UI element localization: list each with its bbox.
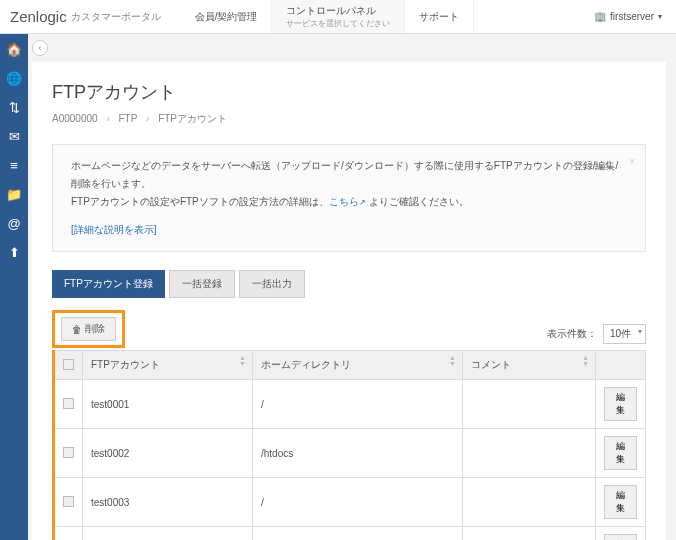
- chevron-down-icon: ▾: [658, 12, 662, 21]
- delete-button[interactable]: 🗑 削除: [61, 317, 116, 341]
- cell-account: test0002: [83, 429, 253, 478]
- cell-home: /: [253, 478, 463, 527]
- table-row: test0002/htdocs編集: [54, 429, 646, 478]
- edit-button[interactable]: 編集: [604, 534, 637, 540]
- cell-account: test0003: [83, 478, 253, 527]
- highlight-delete-area: 🗑 削除: [52, 310, 125, 348]
- th-home[interactable]: ホームディレクトリ▲▼: [253, 351, 463, 380]
- logo: Zenlogic: [10, 8, 67, 25]
- bulk-register-button[interactable]: 一括登録: [169, 270, 235, 298]
- detail-toggle[interactable]: [詳細な説明を表示]: [71, 221, 157, 239]
- cell-comment: [463, 429, 596, 478]
- th-comment[interactable]: コメント▲▼: [463, 351, 596, 380]
- table-row: test0004/編集: [54, 527, 646, 541]
- database-icon[interactable]: ≡: [10, 158, 18, 173]
- trash-icon: 🗑: [72, 324, 82, 335]
- global-nav: 会員/契約管理 コントロールパネル サービスを選択してください サポート: [181, 0, 475, 33]
- row-checkbox[interactable]: [63, 496, 74, 507]
- cell-comment: [463, 527, 596, 541]
- info-link[interactable]: こちら: [329, 196, 359, 207]
- user-menu[interactable]: 🏢 firstserver ▾: [594, 11, 662, 22]
- at-icon[interactable]: @: [7, 216, 20, 231]
- th-account[interactable]: FTPアカウント▲▼: [83, 351, 253, 380]
- info-box: × ホームページなどのデータをサーバーへ転送（アップロード/ダウンロード）する際…: [52, 144, 646, 252]
- register-button[interactable]: FTPアカウント登録: [52, 270, 165, 298]
- cell-comment: [463, 478, 596, 527]
- folder-icon[interactable]: 📁: [6, 187, 22, 202]
- row-checkbox[interactable]: [63, 398, 74, 409]
- breadcrumb: A0000000 › FTP › FTPアカウント: [52, 112, 646, 126]
- cell-comment: [463, 380, 596, 429]
- breadcrumb-current: FTPアカウント: [158, 113, 227, 124]
- edit-button[interactable]: 編集: [604, 485, 637, 519]
- breadcrumb-ftp[interactable]: FTP: [119, 113, 138, 124]
- cell-home: /: [253, 380, 463, 429]
- nav-control-panel[interactable]: コントロールパネル サービスを選択してください: [272, 0, 405, 33]
- transfer-icon[interactable]: ⇅: [9, 100, 20, 115]
- table-wrap: FTPアカウント▲▼ ホームディレクトリ▲▼ コメント▲▼ test0001/編…: [52, 350, 646, 540]
- logo-subtitle: カスタマーポータル: [71, 10, 161, 24]
- cell-home: /htdocs: [253, 429, 463, 478]
- globe-icon[interactable]: 🌐: [6, 71, 22, 86]
- building-icon: 🏢: [594, 11, 606, 22]
- nav-member-contract[interactable]: 会員/契約管理: [181, 0, 273, 33]
- checkbox-all[interactable]: [63, 359, 74, 370]
- table-row: test0003/編集: [54, 478, 646, 527]
- row-checkbox[interactable]: [63, 447, 74, 458]
- page-title: FTPアカウント: [52, 80, 646, 104]
- pager-label: 表示件数：: [547, 327, 597, 341]
- sort-icon: ▲▼: [449, 355, 456, 367]
- upload-icon[interactable]: ⬆: [9, 245, 20, 260]
- pager-top: 表示件数： 10件: [52, 324, 646, 344]
- external-icon: ↗: [359, 198, 366, 207]
- action-buttons: FTPアカウント登録 一括登録 一括出力: [52, 270, 646, 298]
- home-icon[interactable]: 🏠: [6, 42, 22, 57]
- info-line2: FTPアカウントの設定やFTPソフトの設定方法の詳細は、こちら↗ よりご確認くだ…: [71, 193, 627, 211]
- cell-account: test0004: [83, 527, 253, 541]
- page-size-select[interactable]: 10件: [603, 324, 646, 344]
- sidebar: 🏠 🌐 ⇅ ✉ ≡ 📁 @ ⬆: [0, 34, 28, 540]
- back-button[interactable]: ‹: [32, 40, 48, 56]
- edit-button[interactable]: 編集: [604, 387, 637, 421]
- mail-icon[interactable]: ✉: [9, 129, 20, 144]
- breadcrumb-account[interactable]: A0000000: [52, 113, 98, 124]
- cell-home: /: [253, 527, 463, 541]
- sort-icon: ▲▼: [582, 355, 589, 367]
- global-header: Zenlogic カスタマーポータル 会員/契約管理 コントロールパネル サービ…: [0, 0, 676, 34]
- edit-button[interactable]: 編集: [604, 436, 637, 470]
- cell-account: test0001: [83, 380, 253, 429]
- close-icon[interactable]: ×: [629, 153, 635, 171]
- bulk-output-button[interactable]: 一括出力: [239, 270, 305, 298]
- main-content: ‹ FTPアカウント A0000000 › FTP › FTPアカウント × ホ…: [28, 34, 676, 540]
- sort-icon: ▲▼: [239, 355, 246, 367]
- info-line1: ホームページなどのデータをサーバーへ転送（アップロード/ダウンロード）する際に使…: [71, 157, 627, 193]
- ftp-table: FTPアカウント▲▼ ホームディレクトリ▲▼ コメント▲▼ test0001/編…: [52, 350, 646, 540]
- table-row: test0001/編集: [54, 380, 646, 429]
- nav-support[interactable]: サポート: [405, 0, 474, 33]
